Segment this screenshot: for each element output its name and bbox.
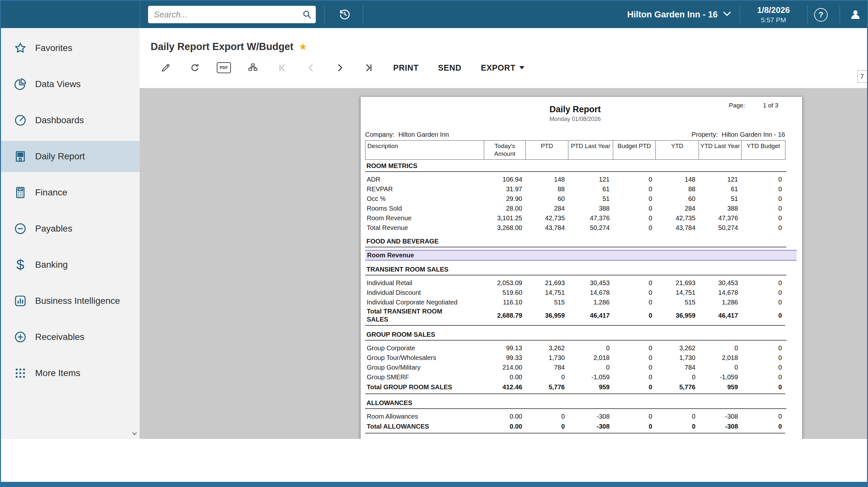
next-page-button[interactable] <box>326 64 354 72</box>
cell-value: 0 <box>741 195 785 203</box>
hierarchy-button[interactable] <box>238 63 268 72</box>
sidebar-item-label: Daily Report <box>35 151 85 161</box>
table-row: Total Revenue3,268.0043,78450,274043,784… <box>365 223 785 233</box>
user-menu-button[interactable] <box>847 7 864 22</box>
first-page-button[interactable] <box>268 64 297 72</box>
date-text: 1/8/2026 <box>757 5 789 15</box>
sidebar-scroll-down-icon[interactable] <box>132 431 137 437</box>
history-icon <box>338 8 351 22</box>
row-label: Room Allowances <box>365 413 484 420</box>
sidebar-item-receivables[interactable]: Receivables <box>1 322 140 353</box>
cell-value: 46,417 <box>568 312 613 319</box>
topbar-left-segment <box>1 1 140 28</box>
send-button[interactable]: SEND <box>428 63 471 72</box>
history-button[interactable] <box>335 5 355 24</box>
cell-value: 121 <box>699 176 741 183</box>
cell-value: 42,735 <box>525 214 568 222</box>
help-button[interactable]: ? <box>814 8 828 22</box>
cell-value: 2,018 <box>568 354 613 362</box>
cell-value: 0 <box>613 364 655 371</box>
cell-value: 46,417 <box>699 312 741 319</box>
cell-value: 28.00 <box>484 205 525 212</box>
report-table-header: DescriptionToday's AmountPTDPTD Last Yea… <box>365 140 785 160</box>
cell-value: 21,693 <box>655 279 699 287</box>
search-input[interactable] <box>148 6 316 23</box>
property-label: Property: <box>691 131 718 139</box>
previous-page-button[interactable] <box>297 64 326 72</box>
next-page-icon <box>336 64 344 72</box>
cell-value: 0 <box>741 289 785 296</box>
cell-value: 0 <box>613 279 655 287</box>
cell-value: 0 <box>741 185 785 193</box>
edit-button[interactable] <box>151 63 180 72</box>
row-label: Individual Corporate Negotiated <box>365 299 484 306</box>
column-header: YTD Last Year <box>699 140 742 160</box>
cell-value: 0 <box>568 364 613 371</box>
sidebar-item-label: Data Views <box>35 79 81 89</box>
print-button[interactable]: PRINT <box>383 63 428 72</box>
row-label: Occ % <box>365 195 484 203</box>
cell-value: 3,262 <box>525 344 568 352</box>
highlighted-row[interactable]: Room Revenue <box>365 250 797 261</box>
sidebar-item-finance[interactable]: Finance <box>1 177 140 208</box>
cell-value: 784 <box>655 364 699 371</box>
sidebar-item-banking[interactable]: $Banking <box>1 249 140 280</box>
sidebar-item-label: More Items <box>35 368 80 378</box>
cell-value: 519.60 <box>484 289 525 296</box>
last-page-icon <box>365 64 373 72</box>
cell-value: 2,018 <box>699 354 741 362</box>
cell-value: 0 <box>613 384 655 391</box>
cell-value: 0 <box>741 312 785 319</box>
cell-value: 116.10 <box>484 299 525 306</box>
property-selector[interactable]: Hilton Garden Inn - 16 <box>627 1 731 28</box>
main-content: Daily Report Export W/Budget ★ PDF <box>140 28 867 439</box>
building-icon <box>12 150 29 163</box>
company-pair: Company: Hilton Garden Inn <box>365 131 449 139</box>
sidebar-item-daily-report[interactable]: Daily Report <box>1 141 140 172</box>
pdf-export-button[interactable]: PDF <box>209 62 238 73</box>
business-date: 1/8/2026 5:57 PM <box>744 1 803 28</box>
table-row: Room Allowances0.000-30800-3080 <box>365 412 785 421</box>
topbar: Hilton Garden Inn - 16 1/8/2026 5:57 PM … <box>1 1 867 28</box>
report-table-body: ROOM METRICSADR106.9414812101481210REVPA… <box>365 161 802 439</box>
search-icon[interactable] <box>302 10 312 19</box>
cell-value: 1,730 <box>525 354 568 362</box>
column-header: Today's Amount <box>484 140 526 160</box>
sidebar-item-more-items[interactable]: More Items <box>1 358 140 389</box>
export-menu-button[interactable]: EXPORT <box>471 63 534 72</box>
column-header: Budget PTD <box>613 140 656 160</box>
cell-value: 0 <box>568 344 613 352</box>
refresh-button[interactable] <box>180 63 209 72</box>
row-label: Group Tour/Wholesalers <box>365 354 484 362</box>
sidebar-item-dashboards[interactable]: Dashboards <box>1 105 140 136</box>
topbar-divider <box>807 5 808 24</box>
row-label: Total ALLOWANCES <box>365 423 455 431</box>
pie-icon <box>12 78 29 91</box>
star-icon <box>12 41 29 55</box>
cell-value: 1,730 <box>655 354 699 362</box>
table-row: REVPAR31.978861088610 <box>365 184 785 194</box>
row-label: Group SMERF <box>365 373 484 381</box>
cell-value: 0.00 <box>484 373 525 381</box>
section-header: GROUP ROOM SALES <box>365 330 786 341</box>
favorite-star-icon[interactable]: ★ <box>299 42 307 52</box>
gauge-icon <box>12 114 29 127</box>
last-page-button[interactable] <box>354 64 383 72</box>
cell-value: 515 <box>525 299 568 306</box>
sidebar-item-data-views[interactable]: Data Views <box>1 69 140 100</box>
column-header: YTD Budget <box>742 140 785 160</box>
report-date: Monday 01/08/2026 <box>365 116 785 123</box>
cell-value: 959 <box>699 384 741 391</box>
sidebar-item-business-intelligence[interactable]: Business Intelligence <box>1 285 140 316</box>
topbar-divider <box>324 5 324 24</box>
cell-value: -308 <box>699 413 741 420</box>
cell-value: -1,059 <box>699 373 741 381</box>
cell-value: -308 <box>568 423 613 430</box>
search-box <box>148 6 316 23</box>
toolbar-overflow-box[interactable]: 7 <box>857 70 868 83</box>
row-label: Individual Retail <box>365 279 484 287</box>
sidebar-item-favorites[interactable]: Favorites <box>1 33 140 64</box>
sidebar-item-payables[interactable]: Payables <box>1 213 140 244</box>
cell-value: 0 <box>699 344 741 352</box>
sidebar-item-label: Business Intelligence <box>35 296 120 306</box>
